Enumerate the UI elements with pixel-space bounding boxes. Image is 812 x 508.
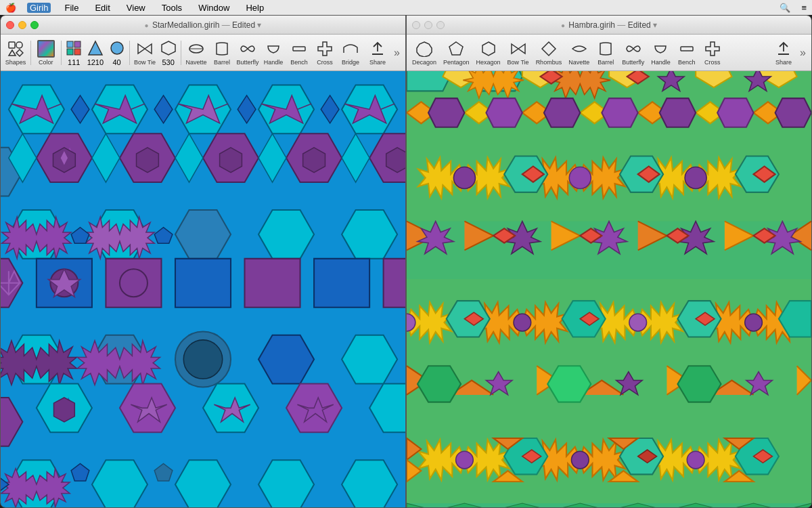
traffic-lights-right: [412, 21, 445, 29]
windows-container: ● StarMedallion.girih — Edited ▾: [0, 15, 812, 508]
handle-icon: [264, 39, 283, 58]
minimize-button-right[interactable]: [424, 21, 432, 29]
menu-view[interactable]: View: [124, 3, 148, 13]
decagon-icon: [415, 39, 434, 58]
navette-label: Navette: [186, 59, 207, 66]
sep4: [181, 41, 181, 65]
toolbar-hexagon[interactable]: Hexagon: [474, 38, 503, 67]
left-window: ● StarMedallion.girih — Edited ▾: [0, 15, 406, 508]
toolbar-shapes[interactable]: Shapes: [3, 38, 28, 67]
shapes-icon: [6, 39, 25, 58]
bridge-label: Bridge: [342, 59, 359, 66]
decagon-label: Decagon: [412, 59, 436, 66]
toolbar-bowtie-right[interactable]: Bow Tie: [505, 38, 532, 67]
left-canvas: [1, 71, 405, 507]
navette-icon: [187, 39, 206, 58]
handle-label: Handle: [264, 59, 284, 66]
share-label-right: Share: [775, 59, 792, 66]
overflow-right[interactable]: »: [797, 47, 809, 59]
toolbar-cross[interactable]: Cross: [313, 38, 337, 67]
close-button-right[interactable]: [412, 21, 420, 29]
toolbar-navette-right[interactable]: Navette: [566, 38, 592, 67]
rhombus-icon: [539, 39, 558, 58]
svg-marker-99: [542, 42, 556, 56]
svg-marker-12: [162, 41, 175, 55]
apple-menu[interactable]: 🍎: [5, 3, 16, 13]
toolbar-rhombus[interactable]: Rhombus: [533, 38, 565, 67]
list-icon[interactable]: ≡: [801, 3, 807, 13]
toolbar-butterfly-right[interactable]: Butterfly: [619, 38, 647, 67]
menu-edit[interactable]: Edit: [92, 3, 112, 13]
toolbar-bench[interactable]: Bench: [287, 38, 311, 67]
toolbar-handle-right[interactable]: Handle: [648, 38, 673, 67]
svg-point-70: [120, 269, 148, 297]
overflow-left[interactable]: »: [391, 47, 403, 59]
svg-point-146: [456, 451, 474, 469]
handle-label-right: Handle: [651, 59, 671, 66]
maximize-button-left[interactable]: [30, 21, 39, 29]
toolbar-barrel-right[interactable]: Barrel: [593, 38, 618, 67]
toolbar-count[interactable]: 111: [64, 37, 84, 68]
menu-bar: 🍎 Girih File Edit View Tools Window Help…: [0, 0, 812, 15]
toolbar-pentagon[interactable]: Pentagon: [441, 38, 472, 67]
toolbar-val-530[interactable]: 530: [158, 37, 178, 68]
pentagon-label: Pentagon: [443, 59, 470, 66]
menu-window[interactable]: Window: [196, 3, 232, 13]
svg-marker-96: [482, 42, 495, 56]
toolbar-decagon[interactable]: Decagon: [409, 38, 439, 67]
menu-help[interactable]: Help: [243, 3, 267, 13]
toolbar-bowtie[interactable]: Bow Tie: [133, 38, 157, 67]
share-icon-right: [774, 39, 793, 58]
svg-rect-1: [16, 42, 22, 48]
search-icon[interactable]: 🔍: [780, 3, 790, 13]
bench-icon-right: [677, 39, 696, 58]
toolbar-barrel[interactable]: Barrel: [210, 38, 234, 67]
toolbar-size[interactable]: 1210: [85, 37, 106, 68]
bench-label-right: Bench: [678, 59, 696, 66]
svg-marker-11: [145, 44, 152, 54]
toolbar-color[interactable]: Color: [34, 38, 58, 67]
svg-marker-95: [449, 42, 463, 55]
right-window-title: ● Hambra.girih — Edited ▾: [561, 20, 657, 30]
svg-marker-98: [518, 44, 525, 54]
svg-marker-115: [660, 98, 696, 127]
svg-marker-97: [512, 44, 518, 54]
svg-point-133: [514, 314, 531, 331]
maximize-button-right[interactable]: [436, 21, 445, 29]
menu-tools[interactable]: Tools: [159, 3, 185, 13]
svg-marker-116: [717, 98, 753, 127]
right-canvas-area[interactable]: [407, 71, 811, 507]
sep3: [129, 41, 130, 65]
count-value: 111: [64, 58, 83, 66]
toolbar-bridge[interactable]: Bridge: [338, 38, 363, 67]
right-toolbar: Decagon Pentagon Hexagon: [407, 35, 811, 71]
bowtie-label-right: Bow Tie: [508, 59, 529, 66]
bowtie-label: Bow Tie: [134, 59, 156, 66]
toolbar-bench-right[interactable]: Bench: [675, 38, 699, 67]
toolbar-butterfly[interactable]: Butterfly: [235, 38, 260, 67]
left-canvas-area[interactable]: [1, 71, 405, 507]
svg-marker-114: [602, 98, 637, 127]
menu-girih[interactable]: Girih: [27, 3, 51, 13]
hexagon-label: Hexagon: [476, 59, 501, 66]
svg-point-118: [453, 167, 475, 189]
toolbar-angle[interactable]: 40: [107, 37, 127, 68]
toolbar-navette[interactable]: Navette: [184, 38, 208, 67]
svg-marker-94: [417, 42, 432, 57]
toolbar-share-right[interactable]: Share: [771, 38, 796, 67]
bench-label: Bench: [290, 59, 308, 66]
svg-rect-0: [9, 42, 15, 48]
share-icon-left: [368, 39, 387, 58]
minimize-button-left[interactable]: [18, 21, 26, 29]
toolbar-share-left[interactable]: Share: [365, 38, 390, 67]
menu-file[interactable]: File: [62, 3, 81, 13]
svg-point-147: [571, 451, 589, 469]
toolbar-handle[interactable]: Handle: [261, 38, 286, 67]
svg-point-120: [685, 167, 706, 189]
close-button-left[interactable]: [6, 21, 14, 29]
right-window: ● Hambra.girih — Edited ▾ Decagon: [406, 15, 812, 508]
barrel-icon-right: [596, 39, 615, 58]
svg-rect-5: [74, 41, 81, 47]
toolbar-cross-right[interactable]: Cross: [700, 38, 725, 67]
butterfly-icon-right: [624, 39, 643, 58]
